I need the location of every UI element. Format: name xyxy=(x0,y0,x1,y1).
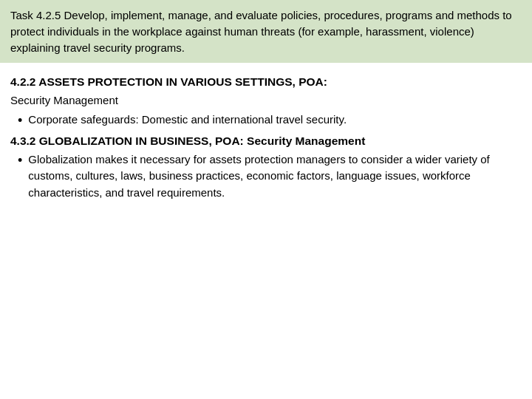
section-4-2-2-block: 4.2.2 ASSETS PROTECTION IN VARIOUS SETTI… xyxy=(10,73,522,129)
section-4-3-2-bullet: • Globalization makes it necessary for a… xyxy=(10,151,522,202)
content-area: 4.2.2 ASSETS PROTECTION IN VARIOUS SETTI… xyxy=(0,63,532,399)
section-4-3-2-heading: 4.3.2 GLOBALIZATION IN BUSINESS, POA: Se… xyxy=(10,132,522,149)
section-4-3-2-block: 4.3.2 GLOBALIZATION IN BUSINESS, POA: Se… xyxy=(10,132,522,201)
section-4-2-2-subheading: Security Management xyxy=(10,92,522,109)
bullet-dot-1: • xyxy=(18,112,22,129)
header-text: Task 4.2.5 Develop, implement, manage, a… xyxy=(10,9,512,54)
section-4-2-2-bullet-text: Corporate safeguards: Domestic and inter… xyxy=(28,112,347,129)
section-4-2-2-bullet: • Corporate safeguards: Domestic and int… xyxy=(10,112,522,129)
section-4-3-2-bullet-text: Globalization makes it necessary for ass… xyxy=(28,151,522,202)
page-container: Task 4.2.5 Develop, implement, manage, a… xyxy=(0,0,532,399)
bullet-dot-2: • xyxy=(18,152,22,169)
section-4-3-2-heading-block: 4.3.2 GLOBALIZATION IN BUSINESS, POA: Se… xyxy=(10,132,522,149)
header-box: Task 4.2.5 Develop, implement, manage, a… xyxy=(0,0,532,63)
section-4-2-2-heading: 4.2.2 ASSETS PROTECTION IN VARIOUS SETTI… xyxy=(10,73,522,90)
